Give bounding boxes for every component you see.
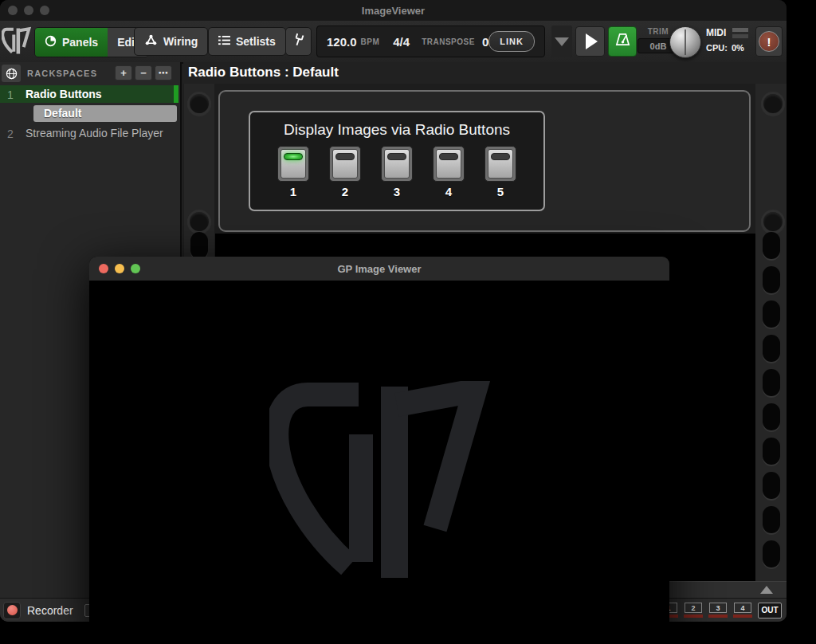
selected-indicator [174,85,178,103]
viewer-window-title: GP Image Viewer [89,263,669,275]
led-indicator [387,153,406,160]
out-button[interactable]: OUT [758,603,782,618]
rackspace-label: Streaming Audio File Player [26,127,163,139]
bpm-label: BPM [361,37,380,46]
led-indicator [491,153,510,160]
meter-channel-2[interactable]: 2 [684,603,703,618]
gp-logo-watermark-icon [269,381,497,593]
gp-logo-icon [2,24,32,62]
viewer-content [89,281,669,644]
level-bar [684,615,703,618]
play-icon [586,33,598,49]
close-window-button[interactable] [99,264,108,273]
setlists-button[interactable]: Setlists [208,27,286,56]
led-indicator [284,153,303,160]
rackspaces-title: RACKSPACES [27,69,97,78]
time-signature[interactable]: 4/4 [393,35,410,49]
rackspaces-header: RACKSPACES + − ⋯ [0,62,180,84]
record-icon [7,605,18,615]
level-bar [733,615,752,618]
output-meters: 1 2 3 4 OUT [659,603,782,618]
radio-button-4[interactable]: 4 [433,146,465,198]
screw-icon [187,92,211,116]
rackspace-item-streaming-audio[interactable]: 2 Streaming Audio File Player [0,126,178,142]
radio-button-2[interactable]: 2 [329,146,361,198]
play-button[interactable] [575,26,605,57]
meter-channel-4[interactable]: 4 [733,603,752,618]
tuning-fork-icon [292,33,305,50]
wiring-button[interactable]: Wiring [134,27,208,56]
mac-titlebar: ImageViewer [0,0,787,21]
window-title: ImageViewer [0,5,787,17]
led-indicator [335,153,355,160]
radio-button-3[interactable]: 3 [381,146,413,198]
metronome-button[interactable] [608,26,637,57]
transpose-label: TRANSPOSE [422,37,475,46]
panels-icon [45,35,57,49]
tempo-panel[interactable]: 120.0 BPM 4/4 TRANSPOSE 0 LINK [316,26,545,57]
gain-knob[interactable] [669,26,701,58]
expand-arrow-icon[interactable] [760,586,773,594]
variation-label: Default [44,107,81,120]
global-rackspace-button[interactable] [2,65,21,82]
rack-rail-right [755,84,787,582]
rackspace-index: 1 [7,88,14,101]
screw-icon [761,210,785,234]
level-bar [708,615,728,618]
radio-button-1[interactable]: 1 [277,146,309,198]
panels-button[interactable]: Panels [35,28,108,57]
metronome-icon [614,32,631,51]
meter-channel-3[interactable]: 3 [708,603,728,618]
screw-icon [761,92,785,116]
minimize-window-button[interactable] [115,264,124,273]
cpu-label: CPU: [706,43,728,53]
rail-slots [755,232,787,567]
rackspace-panel: Display Images via Radio Buttons 1 2 [218,90,751,232]
led-indicator [439,153,458,160]
bpm-value[interactable]: 120.0 [327,35,357,49]
toolbar: Panels Edit Wiring Setlists 120.0 [0,21,787,64]
cpu-value: 0% [732,43,744,53]
link-button[interactable]: LINK [488,31,535,52]
radio-button-5[interactable]: 5 [484,146,516,198]
warning-icon: ! [759,31,779,52]
display-images-panel: Display Images via Radio Buttons 1 2 [249,111,545,211]
wiring-icon [144,34,158,49]
rackspace-item-radio-buttons[interactable]: 1 Radio Buttons [0,85,178,103]
page-title: Radio Buttons : Default [183,62,787,84]
chevron-down-icon [555,37,569,46]
midi-cpu-block: MIDI CPU: 0% [706,27,752,53]
tempo-dropdown-button[interactable] [551,26,572,57]
midi-label: MIDI [706,27,726,38]
globe-icon [6,68,18,80]
view-mode-group: Panels Edit [34,27,149,57]
notifications-button[interactable]: ! [755,26,783,57]
transpose-value[interactable]: 0 [482,35,488,49]
recorder-label: Recorder [27,604,73,617]
viewer-window-controls [99,264,140,273]
midi-activity-indicator [732,28,748,38]
panel-title: Display Images via Radio Buttons [250,121,543,139]
gp-image-viewer-window[interactable]: GP Image Viewer [89,257,669,644]
remove-rackspace-button[interactable]: − [135,65,152,80]
setlists-icon [218,35,230,49]
add-rackspace-button[interactable]: + [115,65,132,80]
rackspace-more-button[interactable]: ⋯ [155,65,172,80]
screw-icon [187,210,211,234]
variation-item-default[interactable]: Default [33,105,177,122]
viewer-titlebar[interactable]: GP Image Viewer [89,257,669,281]
maximize-window-button[interactable] [131,264,140,273]
radio-button-group: 1 2 3 4 [250,146,543,198]
rackspace-index: 2 [7,128,14,140]
tuner-button[interactable] [285,27,312,56]
rackspace-label: Radio Buttons [26,88,102,100]
record-button[interactable] [3,602,21,619]
